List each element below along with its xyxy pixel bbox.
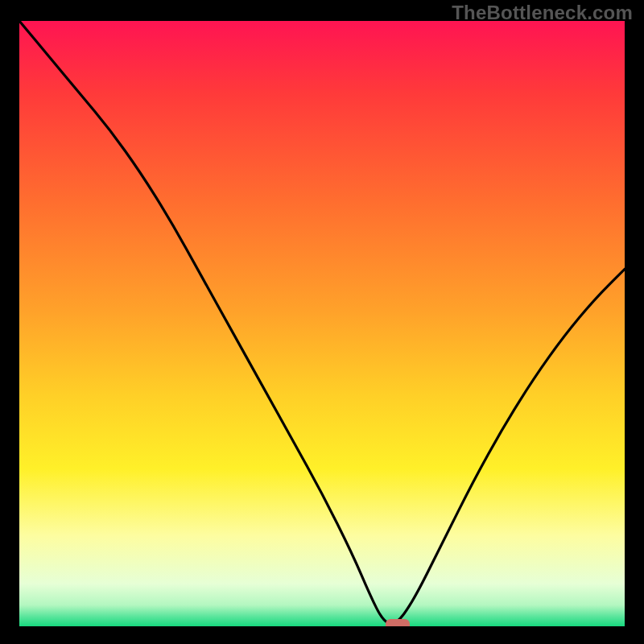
minimum-marker — [386, 619, 410, 626]
plot-svg — [19, 21, 625, 626]
watermark-text: TheBottleneck.com — [452, 2, 633, 24]
gradient-background — [19, 21, 625, 626]
chart-outer-frame: TheBottleneck.com — [0, 0, 644, 644]
plot-area — [19, 21, 625, 626]
